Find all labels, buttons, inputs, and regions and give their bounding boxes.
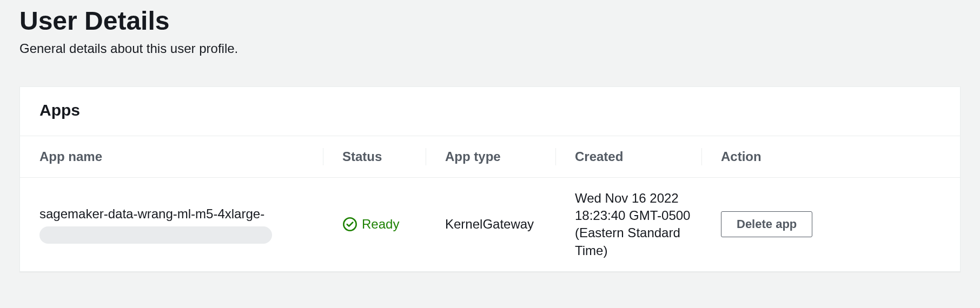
page-header: User Details General details about this … [0,0,980,56]
table-row: sagemaker-data-wrang-ml-m5-4xlarge- Read… [20,177,960,271]
check-circle-icon [342,217,357,232]
col-header-name[interactable]: App name [20,136,323,178]
status-cell: Ready [342,217,415,232]
apps-panel-header: Apps [20,87,960,136]
redacted-text [39,226,272,244]
apps-panel: Apps App name Status App type Created Ac… [19,86,961,272]
apps-panel-title: Apps [39,101,941,119]
page-title: User Details [19,5,961,37]
created-timestamp: Wed Nov 16 2022 18:23:40 GMT-0500 (Easte… [575,190,691,260]
col-header-action[interactable]: Action [701,136,960,178]
app-name: sagemaker-data-wrang-ml-m5-4xlarge- [39,206,264,221]
apps-table: App name Status App type Created Action … [20,136,960,272]
col-header-status[interactable]: Status [323,136,426,178]
delete-app-button[interactable]: Delete app [721,211,812,237]
app-name-cell: sagemaker-data-wrang-ml-m5-4xlarge- [39,205,312,243]
col-header-type[interactable]: App type [426,136,555,178]
col-header-created[interactable]: Created [555,136,701,178]
app-type: KernelGateway [445,217,534,231]
status-label: Ready [362,217,399,232]
page-subtitle: General details about this user profile. [19,41,961,56]
